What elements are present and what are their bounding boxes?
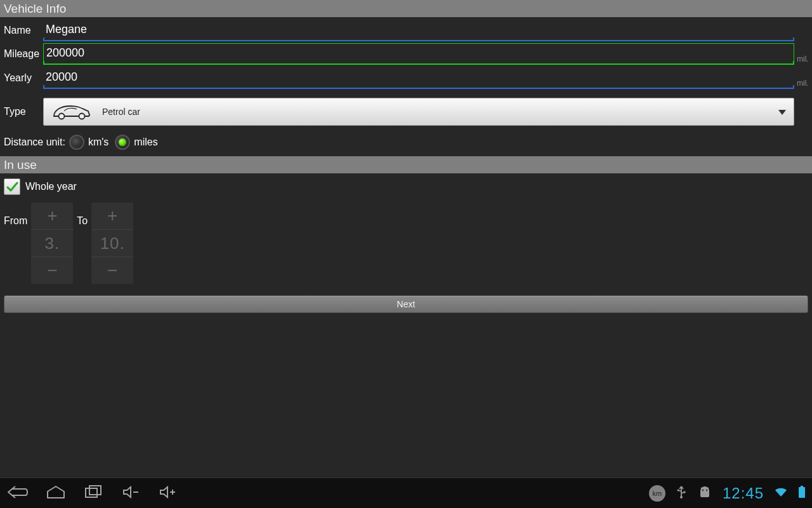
next-button[interactable]: Next — [4, 295, 808, 313]
radio-km-label: km's — [88, 137, 108, 148]
svg-point-1 — [79, 113, 85, 119]
back-icon[interactable] — [6, 485, 28, 502]
yearly-input[interactable] — [43, 68, 794, 88]
svg-point-8 — [677, 489, 679, 491]
whole-year-label: Whole year — [25, 181, 77, 192]
to-label: To — [77, 203, 88, 227]
to-value[interactable]: 10. — [91, 229, 133, 257]
from-label: From — [4, 203, 27, 227]
volume-up-icon[interactable] — [159, 485, 178, 502]
usb-icon — [676, 485, 687, 502]
section-header-vehicle-info: Vehicle Info — [0, 0, 812, 17]
svg-point-7 — [680, 496, 683, 498]
to-increment-button[interactable]: + — [91, 203, 133, 229]
car-icon — [51, 102, 92, 122]
type-dropdown[interactable]: Petrol car — [43, 98, 794, 126]
svg-rect-2 — [86, 488, 97, 497]
from-increment-button[interactable]: + — [31, 203, 73, 229]
svg-rect-3 — [89, 486, 101, 495]
from-decrement-button[interactable]: − — [31, 257, 73, 284]
svg-rect-14 — [799, 487, 805, 498]
from-value[interactable]: 3. — [31, 229, 73, 257]
volume-down-icon[interactable] — [122, 485, 141, 502]
mileage-input[interactable] — [44, 44, 794, 64]
svg-point-11 — [706, 489, 707, 490]
km-badge-icon[interactable]: km — [649, 485, 665, 502]
next-button-label: Next — [397, 299, 416, 309]
recent-apps-icon[interactable] — [84, 485, 104, 502]
section-header-in-use: In use — [0, 156, 812, 173]
type-label: Type — [4, 106, 43, 117]
radio-miles-label: miles — [134, 137, 157, 148]
radio-km[interactable] — [69, 135, 84, 150]
name-input[interactable] — [43, 20, 794, 40]
yearly-label: Yearly — [4, 72, 43, 89]
mileage-unit: mil. — [794, 55, 808, 65]
section-title-in-use: In use — [4, 158, 37, 172]
mileage-label: Mileage — [4, 48, 43, 65]
section-title: Vehicle Info — [4, 2, 66, 16]
name-label: Name — [4, 25, 43, 41]
distance-unit-label: Distance unit: — [4, 137, 65, 148]
yearly-unit: mil. — [794, 79, 808, 89]
type-value: Petrol car — [102, 107, 140, 117]
from-picker[interactable]: + 3. − — [31, 203, 73, 284]
wifi-icon — [774, 486, 788, 500]
svg-rect-9 — [683, 491, 685, 493]
battery-icon — [798, 486, 806, 501]
to-picker[interactable]: + 10. − — [91, 203, 133, 284]
svg-point-0 — [59, 113, 65, 119]
radio-miles[interactable] — [115, 135, 130, 150]
whole-year-checkbox[interactable] — [4, 178, 20, 195]
clock[interactable]: 12:45 — [723, 485, 764, 502]
check-icon — [6, 180, 18, 193]
system-bar: km 12:45 — [0, 478, 812, 508]
home-icon[interactable] — [46, 485, 66, 502]
svg-rect-15 — [801, 486, 803, 488]
svg-point-10 — [702, 489, 704, 490]
to-decrement-button[interactable]: − — [91, 257, 133, 284]
android-debug-icon — [697, 486, 712, 501]
chevron-down-icon — [778, 107, 786, 117]
